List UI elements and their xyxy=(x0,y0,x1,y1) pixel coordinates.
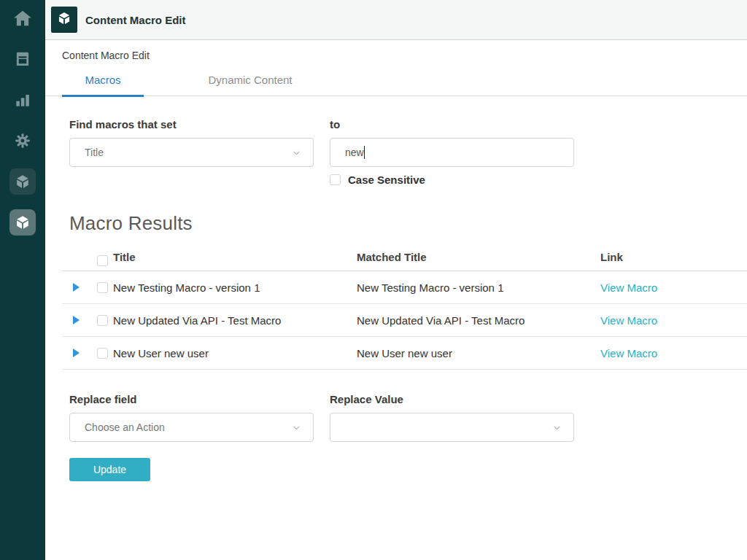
table-header-row: Title Matched Title Link xyxy=(62,244,747,271)
table-row: New User new user New User new user View… xyxy=(62,337,747,370)
expand-arrow-icon[interactable] xyxy=(73,316,80,324)
replace-field-select[interactable]: Choose an Action xyxy=(69,413,314,442)
replace-value-select[interactable] xyxy=(330,413,574,442)
column-header-title: Title xyxy=(113,251,357,263)
select-all-checkbox[interactable] xyxy=(97,255,108,266)
home-icon xyxy=(13,9,32,28)
find-field-select[interactable]: Title xyxy=(69,138,314,167)
expand-arrow-icon[interactable] xyxy=(73,349,80,357)
find-field-label: Find macros that set xyxy=(69,118,314,131)
cube-icon xyxy=(57,11,71,28)
row-matched-title: New Updated Via API - Test Macro xyxy=(357,314,600,327)
page-title: Content Macro Edit xyxy=(85,14,186,26)
row-checkbox[interactable] xyxy=(97,315,108,326)
replace-field-selected-value: Choose an Action xyxy=(85,421,292,433)
sidebar xyxy=(0,0,45,560)
row-title: New Testing Macro - version 1 xyxy=(113,281,357,294)
main-area: Content Macro Edit Content Macro Edit Ma… xyxy=(45,0,747,560)
tab-bar: Macros Dynamic Content xyxy=(45,69,747,96)
table-row: New Updated Via API - Test Macro New Upd… xyxy=(62,304,747,337)
find-field-selected-value: Title xyxy=(85,147,292,158)
app-header: Content Macro Edit xyxy=(45,0,747,40)
sidebar-item-home[interactable] xyxy=(9,5,36,31)
to-input[interactable] xyxy=(330,138,574,167)
replace-value-label: Replace Value xyxy=(330,393,574,405)
table-row: New Testing Macro - version 1 New Testin… xyxy=(62,271,747,304)
inbox-tray-icon xyxy=(13,50,32,69)
content: Find macros that set Title to xyxy=(45,96,747,481)
view-macro-link[interactable]: View Macro xyxy=(600,314,657,327)
case-sensitive-label: Case Sensitive xyxy=(348,174,425,186)
chevron-down-icon xyxy=(292,423,301,432)
text-caret xyxy=(364,146,365,159)
row-matched-title: New User new user xyxy=(357,347,600,359)
replace-field-label: Replace field xyxy=(69,393,314,405)
cube-icon xyxy=(15,214,31,230)
sidebar-item-inbox[interactable] xyxy=(9,46,36,72)
breadcrumb: Content Macro Edit xyxy=(45,40,747,61)
gear-icon xyxy=(13,131,32,150)
to-label: to xyxy=(330,118,574,131)
column-header-matched-title: Matched Title xyxy=(357,251,600,263)
replace-form: Replace field Choose an Action Replace V… xyxy=(69,393,747,442)
row-title: New Updated Via API - Test Macro xyxy=(113,314,357,327)
row-checkbox[interactable] xyxy=(97,282,108,293)
sidebar-item-module-2[interactable] xyxy=(9,209,36,236)
row-title: New User new user xyxy=(113,347,357,359)
expand-arrow-icon[interactable] xyxy=(73,283,80,292)
find-form: Find macros that set Title to xyxy=(69,118,747,186)
results-table: Title Matched Title Link New Testing Mac… xyxy=(62,244,747,370)
bar-chart-icon xyxy=(13,90,32,109)
tab-dynamic-content[interactable]: Dynamic Content xyxy=(185,69,316,97)
view-macro-link[interactable]: View Macro xyxy=(600,347,657,359)
sidebar-item-reports[interactable] xyxy=(9,87,36,113)
tab-macros[interactable]: Macros xyxy=(62,69,144,97)
sidebar-item-module-1[interactable] xyxy=(9,168,36,195)
row-checkbox[interactable] xyxy=(97,348,108,359)
app-logo xyxy=(51,7,77,33)
column-header-link: Link xyxy=(600,251,747,263)
results-heading: Macro Results xyxy=(69,212,747,235)
row-matched-title: New Testing Macro - version 1 xyxy=(357,281,600,294)
view-macro-link[interactable]: View Macro xyxy=(600,281,657,294)
chevron-down-icon xyxy=(552,423,562,432)
sidebar-item-settings[interactable] xyxy=(9,128,36,154)
update-button[interactable]: Update xyxy=(69,458,150,481)
chevron-down-icon xyxy=(292,148,301,158)
cube-icon xyxy=(15,174,31,190)
case-sensitive-checkbox[interactable] xyxy=(330,174,341,185)
